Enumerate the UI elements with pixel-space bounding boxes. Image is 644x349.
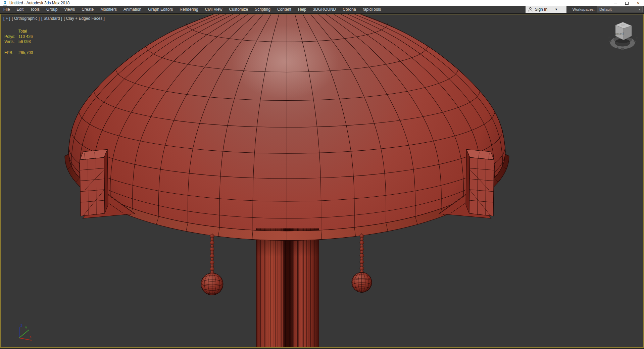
z-axis-label: z bbox=[20, 323, 22, 327]
fps-label: FPS: bbox=[4, 50, 18, 56]
stat-label: Polys: bbox=[4, 34, 18, 40]
menu-item-file[interactable]: File bbox=[0, 6, 13, 13]
menu-item-edit[interactable]: Edit bbox=[13, 6, 27, 13]
menu-item-modifiers[interactable]: Modifiers bbox=[97, 6, 120, 13]
stat-value: 110 426 bbox=[18, 34, 33, 40]
viewport-shading-label[interactable]: [ Clay + Edged Faces ] bbox=[64, 16, 105, 21]
user-icon bbox=[528, 7, 533, 12]
menu-item-scripting[interactable]: Scripting bbox=[251, 6, 274, 13]
sign-in-button[interactable]: Sign In ▼ bbox=[526, 6, 566, 13]
viewport-pov-label[interactable]: [ Orthographic ] bbox=[12, 16, 40, 21]
viewcube-south-notch bbox=[621, 48, 624, 50]
menu-item-content[interactable]: Content bbox=[274, 6, 295, 13]
dome-highlight bbox=[232, 25, 339, 99]
restore-button[interactable] bbox=[621, 0, 633, 6]
x-axis-label: x bbox=[30, 335, 32, 339]
stats-header: Total bbox=[18, 29, 33, 34]
sign-in-caret-icon: ▼ bbox=[555, 8, 558, 11]
right-pull-chain bbox=[352, 234, 372, 293]
fps-value: 265,703 bbox=[18, 50, 33, 56]
left-pull-chain bbox=[201, 234, 223, 295]
stats-spacer bbox=[4, 29, 18, 34]
viewcube-south-label: S bbox=[617, 46, 619, 49]
statistics-grid: Total bbox=[4, 29, 33, 34]
viewcube-west-notch bbox=[609, 41, 611, 42]
statistics-overlay: Total Polys:110 426Verts:56 093 FPS: 265… bbox=[4, 29, 33, 55]
menu-bar: FileEditToolsGroupViewsCreateModifiersAn… bbox=[0, 6, 644, 13]
y-axis bbox=[19, 330, 29, 338]
viewport: [ + ][ Orthographic ][ Standard ][ Clay … bbox=[0, 14, 644, 348]
stat-label: Verts: bbox=[4, 39, 18, 45]
close-button[interactable]: ✕ bbox=[633, 0, 644, 6]
axis-gizmo: z y x bbox=[4, 322, 35, 345]
app-icon: 3 bbox=[3, 1, 7, 6]
menu-item-rendering[interactable]: Rendering bbox=[176, 6, 201, 13]
viewcube-east-notch bbox=[634, 41, 636, 42]
stat-value: 56 093 bbox=[18, 39, 33, 45]
viewport-lighting-label[interactable]: [ Standard ] bbox=[41, 16, 62, 21]
menu-item-create[interactable]: Create bbox=[78, 6, 97, 13]
menu-item-views[interactable]: Views bbox=[61, 6, 78, 13]
workspaces-label: Workspaces: bbox=[573, 7, 595, 11]
viewport-label: [ + ][ Orthographic ][ Standard ][ Clay … bbox=[3, 16, 105, 21]
menu-item-3dground[interactable]: 3DGROUND bbox=[310, 6, 340, 13]
menubar-right-cluster: Sign In ▼ Workspaces: Default ▼ bbox=[526, 6, 644, 13]
menu-item-tools[interactable]: Tools bbox=[27, 6, 43, 13]
minimize-icon bbox=[614, 3, 617, 3]
workspaces-selected: Default bbox=[599, 7, 611, 11]
workspaces-caret-icon: ▼ bbox=[638, 8, 641, 11]
viewcube-east-label: E bbox=[636, 37, 638, 40]
viewport-menu[interactable]: [ + ] bbox=[3, 16, 10, 21]
menu-item-help[interactable]: Help bbox=[295, 6, 310, 13]
menu-item-corona[interactable]: Corona bbox=[339, 6, 359, 13]
3dsmax-window: { "window": { "icon": "3", "title": "Unt… bbox=[0, 0, 644, 349]
y-axis-label: y bbox=[25, 325, 27, 329]
menu-bar-items: FileEditToolsGroupViewsCreateModifiersAn… bbox=[0, 6, 384, 13]
menu-item-rapidtools[interactable]: rapidTools bbox=[359, 6, 385, 13]
menu-item-animation[interactable]: Animation bbox=[120, 6, 145, 13]
menu-item-customize[interactable]: Customize bbox=[226, 6, 252, 13]
restore-icon bbox=[625, 2, 629, 5]
viewcube[interactable]: FRONT TOP W S E bbox=[603, 18, 643, 56]
menu-item-civil-view[interactable]: Civil View bbox=[202, 6, 226, 13]
title-bar: 3 Untitled - Autodesk 3ds Max 2018 ✕ bbox=[0, 0, 644, 6]
fps-row: FPS: 265,703 bbox=[4, 50, 33, 56]
viewport-canvas[interactable] bbox=[1, 14, 643, 347]
window-title: Untitled - Autodesk 3ds Max 2018 bbox=[9, 1, 69, 5]
workspaces-dropdown[interactable]: Default ▼ bbox=[597, 6, 643, 12]
viewcube-west-label: W bbox=[608, 36, 611, 39]
menu-item-graph-editors[interactable]: Graph Editors bbox=[145, 6, 176, 13]
minimize-button[interactable] bbox=[610, 0, 621, 6]
sign-in-label: Sign In bbox=[535, 7, 547, 12]
workspaces-group: Workspaces: Default ▼ bbox=[573, 6, 644, 12]
menu-item-group[interactable]: Group bbox=[43, 6, 61, 13]
statistics-rows: Polys:110 426Verts:56 093 bbox=[4, 34, 33, 45]
